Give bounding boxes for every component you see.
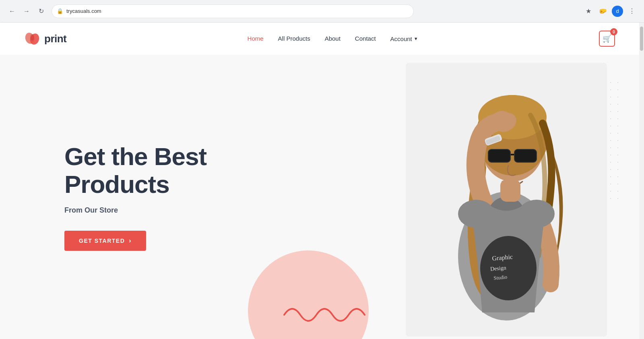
svg-rect-9 <box>514 149 537 162</box>
forward-button[interactable]: → <box>21 6 32 17</box>
site-header: print Home All Products About <box>0 23 639 55</box>
extensions-button[interactable]: 🤛 <box>597 6 609 17</box>
cart-icon: 🛒 <box>603 34 611 43</box>
logo-text: print <box>44 33 66 45</box>
lock-icon: 🔒 <box>57 8 63 14</box>
get-started-button[interactable]: GET STARTED › <box>64 231 146 251</box>
back-button[interactable]: ← <box>6 6 18 17</box>
menu-button[interactable]: ⋮ <box>626 6 638 17</box>
nav-link-about[interactable]: About <box>325 35 341 42</box>
nav-link-contact[interactable]: Contact <box>355 35 376 42</box>
nav-link-account[interactable]: Account <box>390 35 412 42</box>
svg-point-21 <box>458 200 494 228</box>
browser-nav-buttons: ← → ↻ <box>6 6 47 17</box>
nav-menu: Home All Products About Contact Account <box>248 35 418 42</box>
nav-item-about[interactable]: About <box>325 35 341 42</box>
browser-chrome: ← → ↻ 🔒 trycasuals.com ★ 🤛 d ⋮ <box>0 0 644 23</box>
nav-link-all-products[interactable]: All Products <box>278 35 310 42</box>
hero-content: Get the Best Products From Our Store GET… <box>0 143 351 250</box>
page-wrapper: ← → ↻ 🔒 trycasuals.com ★ 🤛 d ⋮ <box>0 0 644 339</box>
url-text: trycasuals.com <box>66 8 101 14</box>
svg-point-16 <box>480 236 537 300</box>
nav-link-home[interactable]: Home <box>248 35 264 42</box>
main-content: print Home All Products About <box>0 23 639 339</box>
scrollbar-thumb[interactable] <box>640 27 643 51</box>
hero-title-line1: Get the Best <box>64 143 206 170</box>
nav-item-home[interactable]: Home <box>248 35 264 42</box>
cta-arrow-icon: › <box>129 237 132 244</box>
decorative-circle <box>248 250 369 339</box>
nav-item-contact[interactable]: Contact <box>355 35 376 42</box>
main-nav: Home All Products About Contact Account <box>248 35 418 42</box>
hero-title: Get the Best Products <box>64 143 351 198</box>
squiggle-decoration <box>280 299 369 323</box>
cta-label: GET STARTED <box>79 238 125 244</box>
hero-section: Get the Best Products From Our Store GET… <box>0 55 639 339</box>
nav-item-account[interactable]: Account ▼ <box>390 35 418 42</box>
browser-right-icons: ★ 🤛 d ⋮ <box>583 6 638 17</box>
logo-area[interactable]: print <box>24 30 66 47</box>
profile-avatar[interactable]: d <box>612 6 623 17</box>
svg-rect-20 <box>500 180 520 202</box>
logo-icon <box>24 30 41 47</box>
hero-subtitle: From Our Store <box>64 206 351 215</box>
scrollbar[interactable] <box>639 23 644 339</box>
reload-button[interactable]: ↻ <box>35 6 47 17</box>
svg-point-22 <box>518 200 555 228</box>
cart-button[interactable]: 🛒 0 <box>599 31 615 47</box>
nav-item-all-products[interactable]: All Products <box>278 35 310 42</box>
hero-woman-illustration: Graphic Design Studio <box>406 63 607 337</box>
cart-badge: 0 <box>610 28 617 35</box>
svg-text:Studio: Studio <box>493 274 508 281</box>
hero-title-line2: Products <box>64 170 169 198</box>
svg-rect-8 <box>488 149 510 162</box>
svg-point-2 <box>30 34 34 41</box>
scrollbar-area: print Home All Products About <box>0 23 644 339</box>
address-bar[interactable]: 🔒 trycasuals.com <box>52 4 414 18</box>
bookmark-button[interactable]: ★ <box>583 6 594 17</box>
chevron-down-icon: ▼ <box>414 36 418 41</box>
